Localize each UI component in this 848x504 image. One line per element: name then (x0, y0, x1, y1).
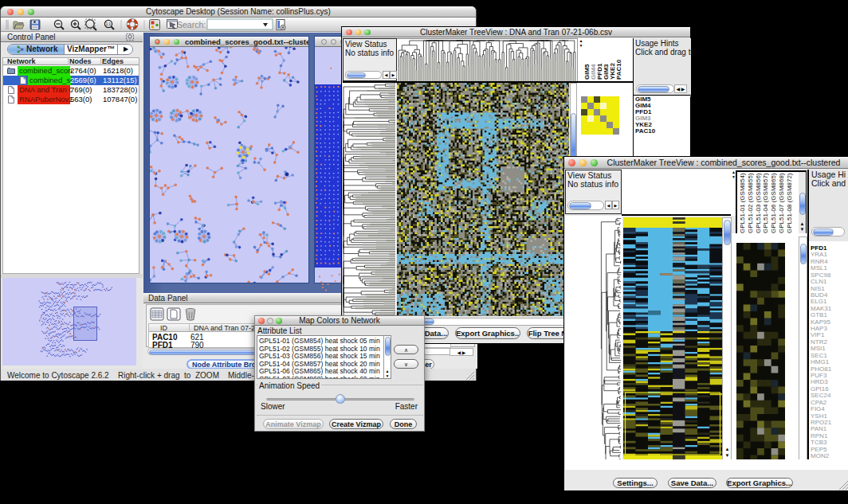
svg-text:GPL51-01 (GSM854): GPL51-01 (GSM854) (739, 173, 746, 233)
svg-text:Search:: Search: (177, 20, 206, 29)
svg-text:GPL51-04 (GSM857): GPL51-04 (GSM857) (762, 173, 769, 233)
svg-text:GPL51-06 (GSM865): GPL51-06 (GSM865) (770, 173, 777, 233)
svg-text:1:1: 1:1 (106, 22, 112, 26)
svg-text:PAC10: PAC10 (615, 59, 622, 80)
svg-text:GPL51-08 (GSM872): GPL51-08 (GSM872) (786, 173, 793, 233)
svg-text:GPL51-07 (GSM868): GPL51-07 (GSM868) (778, 173, 785, 233)
svg-text:GPL51-02 (GSM855): GPL51-02 (GSM855) (747, 173, 754, 233)
svg-text:GPL51-03 (GSM856): GPL51-03 (GSM856) (755, 173, 762, 233)
